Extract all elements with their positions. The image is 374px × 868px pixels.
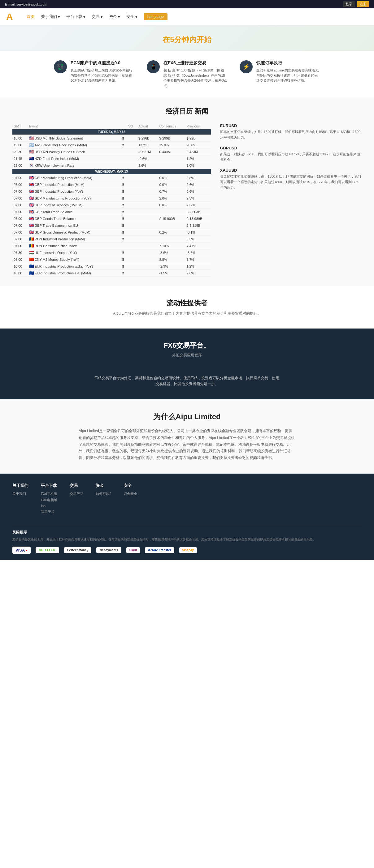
fx6-icon: 📱 [147,60,160,73]
fx6-desc: 包 括 富 时 100 指 数（FTSE100）和 道 琼 斯 指 数（DowJ… [164,68,227,88]
wire-transfer-badge: ⊕ Wire Transfer [145,547,174,553]
table-row: 07:30 🇭🇺HUF Industrial Output (YoY) !! -… [12,249,211,256]
footer-link[interactable]: 资金安全 [123,492,137,496]
nav-about[interactable]: 关于我们 ▾ [41,13,60,21]
table-row: 07:00 🇬🇧GBP Industrial Production (YoY) … [12,188,211,195]
footer-col: 平台下载FX6手机版FX6电脑版Ios安卓平台 [41,483,57,515]
table-row: 10:00 🇪🇺EUR Industrial Production w.d.a.… [12,263,211,270]
footer-link[interactable]: 安卓平台 [41,509,57,514]
footer-col-title: 资金 [96,483,111,489]
risk-text: 差价合约是复杂的工具，并且由于杠杆作用而具有快速亏损的高风险。在与该提供商交易差… [12,537,362,541]
order-icon: ⚡ [240,60,253,73]
email-text: E-mail: service@aipufx.com [5,2,47,6]
epayments-badge: ⊕epayments [96,547,121,553]
nav-security[interactable]: 安全 ▾ [126,13,138,21]
why-desc: Aipu Limited是一家领全许可的全球外汇和差价合约经纪人。公司由一类专业… [79,428,295,461]
calendar-table: GMT Event Vol Actual Consensus Previous … [12,123,211,277]
features-section: 💱 ECN账户中的点差接近0.0 真正的ECN定价加上来自50多家不同银行的额外… [0,51,374,97]
nav-links: 首页 关于我们 ▾ 平台下载 ▾ 交易 ▾ 资金 ▾ 安全 ▾ Language [27,13,368,21]
table-row: 07:00 🇬🇧GBP Manufacturing Production (Yo… [12,195,211,202]
footer-col: 安全资金安全 [123,483,137,515]
table-row: 07:00 🇷🇴RON Consumer Price Index... 7.10… [12,243,211,249]
risk-title: 风险提示 [12,530,362,535]
fasapay-badge: fasapay [179,547,197,553]
day1-header: TUESDAY, MAR 12 [12,129,211,135]
order-desc: 纽约和伦敦Equinix的交易服务器意味着无与伦比的交易执行速度，利用超低延迟光… [256,68,320,83]
footer-risk: 风险提示 差价合约是复杂的工具，并且由于杠杆作用而具有快速亏损的高风险。在与该提… [12,525,362,541]
fx6-title: 在FX6上进行更多交易 [164,60,227,66]
footer: 关于我们关于我们平台下载FX6手机版FX6电脑版Ios安卓平台交易交易产品资金如… [0,474,374,560]
table-row: 18:00 🇺🇸USD Monthly Budget Statement !! … [12,135,211,142]
visa-badge: VISA ● [12,547,31,554]
nav-trade[interactable]: 交易 ▾ [92,13,103,21]
economic-section: 经济日历 新闻 GMT Event Vol Actual Consensus P… [0,97,374,286]
liquidity-section: 流动性提供者 Aipu Limited 业务的核心是我们致力于为客户提供具有竞争… [0,286,374,329]
table-row: 23:00 🇰🇷KRW Unemployment Rate 2.6% 3.0% [12,162,211,169]
footer-link[interactable]: 交易产品 [70,492,83,496]
two-col-layout: GMT Event Vol Actual Consensus Previous … [12,123,362,277]
nav-home[interactable]: 首页 [27,13,35,21]
news-item: EURUSD 汇率的水平仍在继续，如果1.1620被打破，我们可以看到压力向1.… [220,123,362,140]
nav: A 首页 关于我们 ▾ 平台下载 ▾ 交易 ▾ 资金 ▾ 安全 ▾ Langua… [0,8,374,25]
skrill-badge: Skrill [126,547,140,553]
register-button[interactable]: 注册 [357,1,369,7]
logo: A [6,11,14,22]
news-text: 汇率的水平仍在继续，如果1.1620被打破，我们可以看到压力向1.1580，高于… [220,129,362,140]
hero-title: 在5分钟内开始 [6,35,368,44]
platform-section: FX6交易平台。 外汇交易应用程序 FX6交易平台专为外汇、期货和差价合约交易而… [0,329,374,399]
platform-desc: FX6交易平台专为外汇、期货和差价合约交易而设计。使用FX6，投资者可以分析金融… [94,375,280,387]
neteller-badge: NETELLER. [36,547,59,553]
footer-link[interactable]: 如何存款? [96,492,111,496]
liquidity-title: 流动性提供者 [6,299,368,308]
chevron-down-icon: ▾ [58,14,60,19]
table-row: 07:00 🇬🇧GBP Total Trade Balance !! £-2.6… [12,209,211,215]
table-row: 10:00 🇪🇺EUR Industrial Production s.a. (… [12,270,211,277]
table-row: 07:00 🇷🇴RON Industrial Production (MoM) … [12,236,211,243]
chevron-down-icon: ▾ [118,14,120,19]
feature-item-ecn: 💱 ECN账户中的点差接近0.0 真正的ECN定价加上来自50多家不同银行的额外… [54,60,134,88]
footer-link[interactable]: FX6手机版 [41,492,57,496]
top-bar-links: 登录 注册 [343,1,369,7]
table-row: 07:00 🇬🇧GBP Goods Trade Balance !! £-15.… [12,215,211,222]
ecn-desc: 真正的ECN定价加上来自50多家不同银行的额外流动性和强地流动性来源，意味着60… [70,68,134,83]
ecn-icon: 💱 [54,60,67,73]
footer-link[interactable]: 关于我们 [12,492,28,496]
hero-section: 在5分钟内开始 [0,25,374,51]
table-row: 07:00 🇬🇧GBP Manufacturing Production (Mo… [12,175,211,181]
top-bar: E-mail: service@aipufx.com 登录 注册 [0,0,374,8]
feature-item-fx6: 📱 在FX6上进行更多交易 包 括 富 时 100 指 数（FTSE100）和 … [147,60,227,88]
footer-col-title: 平台下载 [41,483,57,489]
nav-platform[interactable]: 平台下载 ▾ [66,13,85,21]
calendar-col: GMT Event Vol Actual Consensus Previous … [12,123,211,277]
table-row: 08:00 🇨🇳CNY M2 Money Supply (YoY) !! 8.8… [12,256,211,263]
col-previous: Previous [185,123,210,129]
nav-funds[interactable]: 资金 ▾ [109,13,120,21]
news-text: 如果这一对跌破1.3790，我们可以看到压力朝1.3750，只要不超过1.385… [220,152,362,162]
news-pair: XAUUSD [220,168,362,173]
footer-link[interactable]: FX6电脑版 [41,498,57,502]
chevron-down-icon: ▾ [135,14,138,19]
table-row: 07:00 🇬🇧GBP Index of Services (3M/3M) !!… [12,202,211,209]
col-event: Event [28,123,120,129]
footer-link[interactable]: Ios [41,504,57,507]
footer-col-title: 安全 [123,483,137,489]
col-gmt: GMT [12,123,28,129]
table-row: 07:00 🇬🇧GBP Industrial Production (MoM) … [12,181,211,188]
col-impact [120,123,127,129]
logo-icon: A [6,11,13,22]
news-col: EURUSD 汇率的水平仍在继续，如果1.1620被打破，我们可以看到压力向1.… [220,123,362,277]
col-vol: Vol [127,123,137,129]
table-row: 19:00 🇦🇷ARS Consumer Price Index (MoM) !… [12,142,211,149]
table-row: 07:00 🇬🇧GBP Gross Domestic Product (MoM)… [12,229,211,236]
footer-col: 关于我们关于我们 [12,483,28,515]
login-button[interactable]: 登录 [343,1,355,7]
section-title: 经济日历 新闻 [12,107,362,116]
footer-col-title: 交易 [70,483,83,489]
news-text: 黄金的技术挤压仍在继续，高于1800和低于1770是重要的阈值，如果突破其中一个… [220,174,362,190]
news-pair: GBPUSD [220,146,362,150]
language-button[interactable]: Language [144,13,168,20]
footer-col-title: 关于我们 [12,483,28,489]
order-title: 快速订单执行 [256,60,320,66]
col-consensus: Consensus [158,123,185,129]
platform-title: FX6交易平台。 [6,341,368,350]
